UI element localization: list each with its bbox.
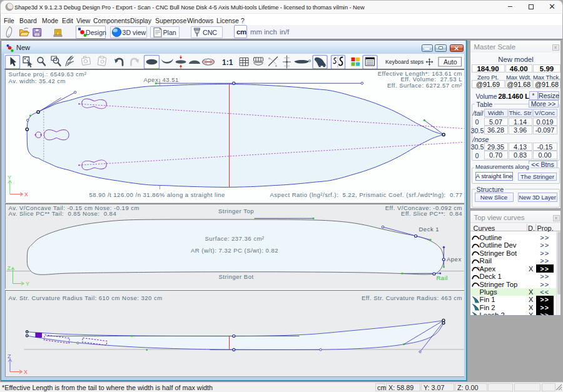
svg-text:X: X xyxy=(24,191,29,198)
svg-text:Keyboard steps: Keyboard steps xyxy=(385,59,424,65)
svg-text:Stringer Bot: Stringer Bot xyxy=(218,273,253,280)
svg-text:1:1: 1:1 xyxy=(222,58,233,66)
svg-text:Y: Y xyxy=(26,281,30,287)
svg-text:Eff. Slice PC**: 0.84: Eff. Slice PC**: 0.84 xyxy=(401,210,462,217)
svg-text:X: X xyxy=(24,369,28,375)
svg-text:Aspect Ratio (lng²/srf.): 5.2: Aspect Ratio (lng²/srf.): 5.22, Prismati… xyxy=(270,191,462,198)
svg-text:Eff. Surface: 6272.57 cm²: Eff. Surface: 6272.57 cm² xyxy=(387,82,462,89)
svg-text:Deck 1: Deck 1 xyxy=(418,226,439,233)
svg-text:Apex: 43.51: Apex: 43.51 xyxy=(143,76,178,83)
svg-text:Av. width: 35.42 cm: Av. width: 35.42 cm xyxy=(8,78,66,84)
svg-text:x: x xyxy=(275,64,277,68)
svg-text:AR (w/t): 7.32 PC (S/wt): 0.82: AR (w/t): 7.32 PC (S/wt): 0.82 xyxy=(190,247,278,254)
svg-text:Auto: Auto xyxy=(444,58,457,65)
svg-text:58.90 /t 126.00 /n 31.86% alon: 58.90 /t 126.00 /n 31.86% along a straig… xyxy=(89,191,225,198)
svg-text:Z: Z xyxy=(8,353,11,359)
svg-text:Av. Str. Curvature Radius Tail: Av. Str. Curvature Radius Tail: 610 cm N… xyxy=(8,294,162,301)
svg-text:Stringer Top: Stringer Top xyxy=(218,208,253,214)
svg-text:Z: Z xyxy=(7,265,11,271)
svg-text:Y: Y xyxy=(8,174,12,181)
svg-text:Eff. Str. Curvature Radius: 46: Eff. Str. Curvature Radius: 463 cm xyxy=(362,294,462,301)
svg-text:Apex: Apex xyxy=(447,256,462,263)
svg-text:Surface: 237.36 cm²: Surface: 237.36 cm² xyxy=(205,235,264,242)
svg-text:Rail: Rail xyxy=(436,274,447,281)
svg-text:Av. Slice PC** Tail: 0.85 Nos: Av. Slice PC** Tail: 0.85 Nose: 0.84 xyxy=(8,210,116,217)
svg-text:x: x xyxy=(268,56,270,60)
